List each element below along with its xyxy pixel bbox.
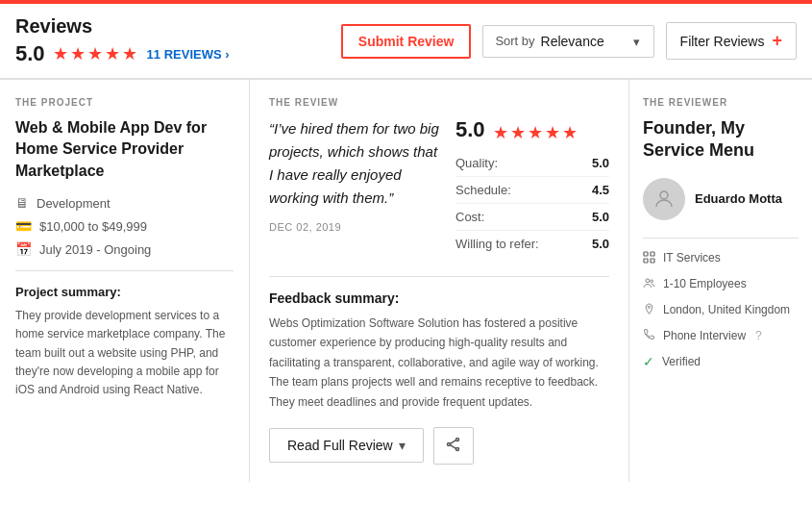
score-refer-label: Willing to refer: — [455, 237, 539, 251]
reviewer-section-label: THE REVIEWER — [643, 97, 799, 108]
meta-date: 📅 July 2019 - Ongoing — [15, 241, 234, 257]
sort-area: Sort by Relevance Most Recent Highest Ra… — [482, 25, 653, 58]
rating-big: 5.0 — [15, 41, 45, 66]
score-stars: ★★★★★ — [493, 122, 579, 143]
header-stars: ★★★★★ — [53, 43, 139, 64]
left-divider — [15, 270, 234, 271]
main-content: THE PROJECT Web & Mobile App Dev for Hom… — [0, 79, 812, 482]
feedback-text: Webs Optimization Software Solution has … — [269, 314, 609, 412]
rating-row: 5.0 ★★★★★ 11 REVIEWS — [15, 41, 330, 66]
svg-point-12 — [648, 306, 650, 308]
meta-budget-text: $10,000 to $49,999 — [39, 219, 147, 234]
meta-category-text: Development — [37, 196, 111, 211]
reviewer-name: Eduardo Motta — [695, 191, 782, 206]
score-schedule-val: 4.5 — [592, 183, 609, 197]
svg-rect-9 — [651, 259, 654, 263]
score-quality: Quality: 5.0 — [455, 156, 609, 177]
reviewer-divider — [643, 238, 799, 239]
review-column: THE REVIEW 5.0 ★★★★★ Quality: 5.0 Schedu… — [250, 80, 629, 482]
svg-rect-7 — [651, 252, 654, 256]
share-button[interactable] — [433, 427, 474, 465]
score-big-row: 5.0 ★★★★★ — [455, 117, 609, 148]
submit-review-button[interactable]: Submit Review — [341, 24, 472, 59]
detail-location: London, United Kingdom — [643, 302, 799, 318]
score-cost: Cost: 5.0 — [455, 210, 609, 231]
sort-wrapper: Relevance Most Recent Highest Rated Lowe… — [541, 34, 642, 49]
header-left: Reviews 5.0 ★★★★★ 11 REVIEWS — [15, 15, 330, 66]
project-section-label: THE PROJECT — [15, 97, 234, 108]
share-icon — [446, 440, 461, 455]
svg-rect-6 — [644, 252, 648, 256]
score-refer: Willing to refer: 5.0 — [455, 237, 609, 257]
review-actions: Read Full Review ▾ — [269, 427, 609, 465]
detail-phone: Phone Interview ? — [643, 328, 799, 344]
score-cost-val: 5.0 — [592, 210, 609, 224]
svg-line-3 — [450, 441, 455, 444]
detail-employees: 1-10 Employees — [643, 276, 799, 292]
review-divider — [269, 276, 609, 277]
location-text: London, United Kingdom — [663, 302, 790, 318]
read-full-label: Read Full Review — [287, 438, 393, 453]
help-icon[interactable]: ? — [755, 329, 762, 342]
development-icon: 🖥 — [15, 195, 29, 211]
reviewer-column: THE REVIEWER Founder, My Service Menu Ed… — [629, 80, 812, 482]
services-icon — [643, 251, 655, 266]
detail-services: IT Services — [643, 250, 799, 266]
verified-icon: ✓ — [643, 354, 654, 369]
meta-budget: 💳 $10,000 to $49,999 — [15, 218, 234, 234]
read-full-review-button[interactable]: Read Full Review ▾ — [269, 428, 424, 463]
phone-icon — [643, 328, 655, 343]
sort-select[interactable]: Relevance Most Recent Highest Rated Lowe… — [541, 34, 642, 49]
avatar — [643, 178, 685, 220]
meta-date-text: July 2019 - Ongoing — [39, 242, 151, 257]
svg-point-1 — [447, 442, 450, 445]
verified-text: Verified — [662, 354, 701, 370]
score-quality-val: 5.0 — [592, 156, 609, 170]
avatar-row: Eduardo Motta — [643, 178, 799, 220]
filter-label: Filter Reviews — [680, 34, 765, 49]
reviewer-title: Founder, My Service Menu — [643, 117, 799, 163]
detail-verified: ✓ Verified — [643, 354, 799, 370]
phone-interview-text: Phone Interview — [663, 328, 746, 344]
score-big: 5.0 — [455, 117, 485, 142]
score-schedule-label: Schedule: — [455, 183, 511, 197]
sort-label: Sort by — [495, 34, 534, 48]
calendar-icon: 📅 — [15, 241, 32, 257]
svg-line-4 — [450, 445, 455, 449]
header: Reviews 5.0 ★★★★★ 11 REVIEWS Submit Revi… — [0, 4, 812, 79]
project-summary-text: They provide development services to a h… — [15, 307, 234, 399]
reviews-title: Reviews — [15, 15, 330, 38]
svg-point-5 — [660, 191, 668, 199]
meta-category: 🖥 Development — [15, 195, 234, 211]
reviews-count: 11 REVIEWS — [147, 47, 230, 62]
filter-reviews-button[interactable]: Filter Reviews + — [666, 22, 797, 60]
svg-point-11 — [651, 280, 653, 283]
budget-icon: 💳 — [15, 218, 32, 234]
filter-plus-icon: + — [772, 31, 782, 51]
feedback-title: Feedback summary: — [269, 290, 609, 306]
score-schedule: Schedule: 4.5 — [455, 183, 609, 204]
svg-rect-8 — [644, 259, 648, 263]
project-title: Web & Mobile App Dev for Home Service Pr… — [15, 117, 234, 182]
svg-point-0 — [455, 438, 458, 441]
scores-area: 5.0 ★★★★★ Quality: 5.0 Schedule: 4.5 Cos… — [455, 117, 609, 263]
svg-point-10 — [646, 279, 650, 283]
project-column: THE PROJECT Web & Mobile App Dev for Hom… — [0, 80, 250, 482]
review-section-label: THE REVIEW — [269, 97, 609, 108]
employees-text: 1-10 Employees — [663, 276, 747, 292]
score-refer-val: 5.0 — [592, 237, 609, 251]
employees-icon — [643, 277, 655, 292]
chevron-down-icon: ▾ — [399, 438, 406, 453]
location-icon — [643, 303, 655, 318]
score-cost-label: Cost: — [455, 210, 484, 224]
services-text: IT Services — [663, 250, 721, 266]
project-summary-title: Project summary: — [15, 285, 234, 299]
svg-point-2 — [455, 447, 458, 450]
score-quality-label: Quality: — [455, 156, 498, 170]
